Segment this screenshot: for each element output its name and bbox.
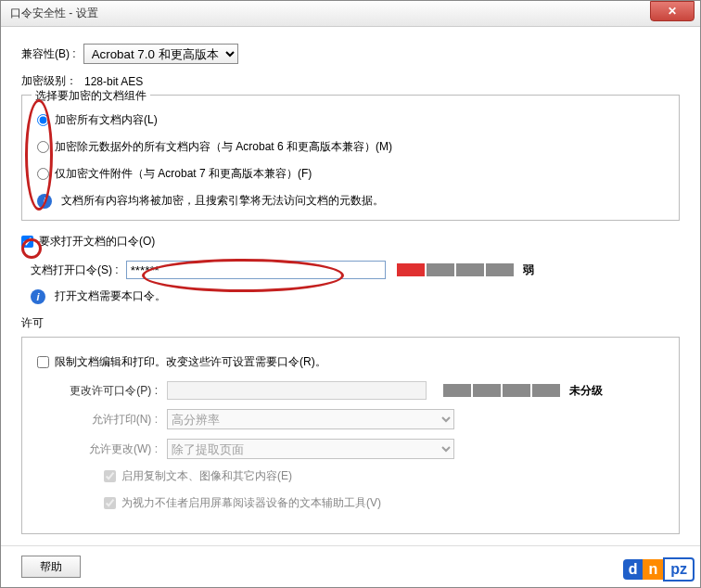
open-pw-strength-bar bbox=[397, 263, 514, 276]
reader-row: 为视力不佳者启用屏幕阅读器设备的文本辅助工具(V) bbox=[104, 495, 664, 511]
restrict-checkbox[interactable] bbox=[37, 356, 49, 368]
allow-print-row: 允许打印(N) : 高分辨率 bbox=[37, 409, 664, 429]
strength-seg bbox=[443, 384, 471, 397]
open-pw-field-label: 文档打开口令(S) : bbox=[31, 262, 119, 278]
require-open-pw-row: 要求打开文档的口令(O) bbox=[21, 234, 680, 249]
perm-title: 许可 bbox=[21, 315, 680, 331]
open-pw-input[interactable] bbox=[126, 261, 386, 279]
encrypt-level-row: 加密级别： 128-bit AES bbox=[21, 73, 680, 89]
open-pw-info-text: 打开文档需要本口令。 bbox=[55, 288, 166, 304]
radio-encrypt-all-label: 加密所有文档内容(L) bbox=[55, 112, 158, 128]
strength-seg bbox=[397, 263, 425, 276]
change-perm-pw-input[interactable] bbox=[167, 381, 427, 400]
radio-encrypt-all-row: 加密所有文档内容(L) bbox=[37, 112, 664, 128]
reader-label: 为视力不佳者启用屏幕阅读器设备的文本辅助工具(V) bbox=[121, 495, 381, 511]
open-pw-info-row: i 打开文档需要本口令。 bbox=[31, 288, 680, 304]
allow-print-label: 允许打印(N) : bbox=[37, 412, 158, 428]
encrypt-level-value: 128-bit AES bbox=[84, 75, 143, 88]
require-open-pw-label: 要求打开文档的口令(O) bbox=[39, 234, 155, 249]
button-bar: 帮助 bbox=[1, 545, 700, 587]
perm-group: 限制文档编辑和打印。改变这些许可设置需要口令(R)。 更改许可口令(P) : 未… bbox=[21, 337, 680, 534]
strength-seg bbox=[473, 384, 501, 397]
strength-seg bbox=[532, 384, 560, 397]
copy-row: 启用复制文本、图像和其它内容(E) bbox=[104, 468, 664, 484]
allow-change-label: 允许更改(W) : bbox=[37, 441, 158, 457]
radio-attachments-row: 仅加密文件附件（与 Acrobat 7 和更高版本兼容）(F) bbox=[37, 166, 664, 182]
strength-seg bbox=[503, 384, 530, 397]
dialog-window: 口令安全性 - 设置 ✕ 兼容性(B) : Acrobat 7.0 和更高版本 … bbox=[0, 0, 701, 588]
allow-print-select[interactable]: 高分辨率 bbox=[167, 409, 454, 429]
info-icon: i bbox=[37, 194, 52, 209]
open-pw-field-row: 文档打开口令(S) : 弱 bbox=[31, 261, 680, 279]
dialog-body: 兼容性(B) : Acrobat 7.0 和更高版本 加密级别： 128-bit… bbox=[1, 27, 700, 545]
allow-change-select[interactable]: 除了提取页面 bbox=[167, 439, 454, 459]
encrypt-level-label: 加密级别： bbox=[21, 73, 77, 89]
copy-checkbox[interactable] bbox=[104, 470, 116, 482]
strength-seg bbox=[456, 263, 484, 276]
radio-except-meta-label: 加密除元数据外的所有文档内容（与 Acrobat 6 和更高版本兼容）(M) bbox=[55, 139, 392, 155]
restrict-row: 限制文档编辑和打印。改变这些许可设置需要口令(R)。 bbox=[37, 354, 664, 370]
strength-seg bbox=[486, 263, 514, 276]
close-button[interactable]: ✕ bbox=[650, 1, 695, 21]
watermark-n: n bbox=[643, 559, 663, 580]
require-open-pw-checkbox[interactable] bbox=[21, 236, 33, 248]
restrict-label: 限制文档编辑和打印。改变这些许可设置需要口令(R)。 bbox=[55, 354, 326, 370]
compat-label: 兼容性(B) : bbox=[21, 46, 76, 62]
radio-attachments-label: 仅加密文件附件（与 Acrobat 7 和更高版本兼容）(F) bbox=[55, 166, 312, 182]
components-info-text: 文档所有内容均将被加密，且搜索引擎将无法访问文档的元数据。 bbox=[61, 193, 384, 209]
radio-attachments[interactable] bbox=[37, 168, 49, 180]
titlebar: 口令安全性 - 设置 ✕ bbox=[1, 1, 700, 27]
allow-change-row: 允许更改(W) : 除了提取页面 bbox=[37, 439, 664, 459]
perm-pw-strength-bar bbox=[443, 384, 560, 397]
watermark: d n pz bbox=[623, 557, 695, 582]
open-pw-strength-text: 弱 bbox=[523, 262, 534, 278]
components-group: 选择要加密的文档组件 加密所有文档内容(L) 加密除元数据外的所有文档内容（与 … bbox=[21, 95, 680, 221]
perm-pw-strength-text: 未分级 bbox=[569, 383, 603, 399]
info-icon: i bbox=[31, 289, 45, 304]
help-button[interactable]: 帮助 bbox=[21, 556, 81, 578]
change-perm-pw-row: 更改许可口令(P) : 未分级 bbox=[37, 381, 664, 400]
components-legend: 选择要加密的文档组件 bbox=[32, 88, 150, 104]
window-title: 口令安全性 - 设置 bbox=[10, 6, 98, 21]
watermark-pz: pz bbox=[663, 557, 695, 582]
strength-seg bbox=[427, 263, 454, 276]
components-info-row: i 文档所有内容均将被加密，且搜索引擎将无法访问文档的元数据。 bbox=[37, 193, 664, 209]
copy-label: 启用复制文本、图像和其它内容(E) bbox=[121, 468, 292, 484]
radio-encrypt-all[interactable] bbox=[37, 114, 49, 126]
reader-checkbox[interactable] bbox=[104, 497, 116, 509]
close-icon: ✕ bbox=[668, 5, 677, 18]
watermark-d: d bbox=[623, 559, 644, 580]
radio-except-meta-row: 加密除元数据外的所有文档内容（与 Acrobat 6 和更高版本兼容）(M) bbox=[37, 139, 664, 155]
compat-row: 兼容性(B) : Acrobat 7.0 和更高版本 bbox=[21, 44, 680, 64]
radio-except-meta[interactable] bbox=[37, 141, 49, 153]
compat-select[interactable]: Acrobat 7.0 和更高版本 bbox=[83, 44, 238, 64]
change-perm-pw-label: 更改许可口令(P) : bbox=[37, 383, 158, 399]
